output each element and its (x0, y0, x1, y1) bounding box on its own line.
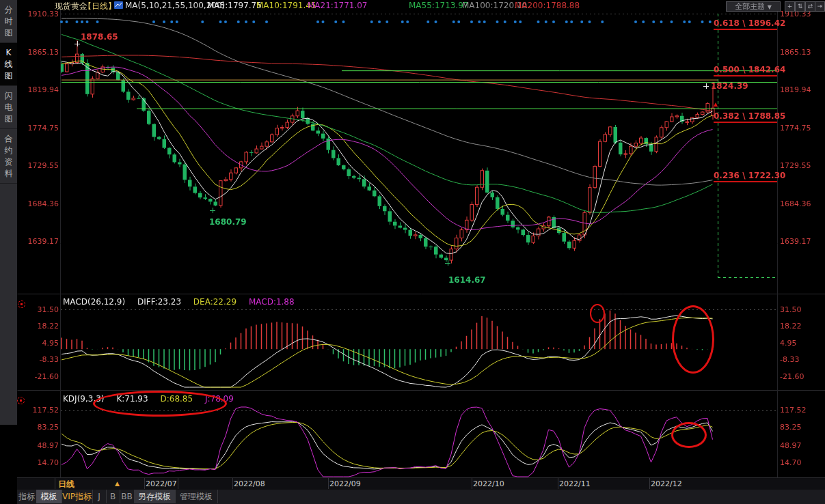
fit-horizontal-icon[interactable]: ⇄ (805, 1, 815, 12)
tab-BB[interactable]: BB (120, 490, 135, 503)
fit-vertical-icon[interactable]: ⇅ (795, 1, 805, 12)
sidebar: 分时图K线图闪电图合约资料 (0, 0, 17, 425)
annotation-ellipse-0 (93, 391, 227, 417)
crosshair-icon[interactable]: + (785, 1, 795, 12)
ma-value-0: MA5:1797.75 (207, 1, 262, 10)
month-label-5: 2022/12 (651, 479, 682, 488)
ma-value-5: MA200:1788.88 (515, 1, 580, 10)
month-tick (328, 478, 329, 489)
line-chart-icon (114, 1, 123, 9)
price-mark-label-3: 1824.39 (711, 81, 748, 91)
macd-settings-icon[interactable] (18, 300, 25, 308)
macd-title: MACD(26,12,9) (63, 297, 125, 307)
month-label-1: 2022/08 (234, 479, 265, 488)
month-tick (558, 478, 558, 489)
month-label-4: 2022/11 (559, 479, 591, 488)
sidebar-item-1[interactable]: K线图 (0, 43, 17, 86)
date-cell-border (178, 478, 178, 489)
annotation-ellipse-1 (590, 304, 605, 323)
month-tick (472, 478, 472, 489)
shift-right-icon[interactable]: ⇥ (815, 1, 825, 12)
annotation-ellipse-3 (671, 422, 707, 448)
month-tick (649, 478, 650, 489)
macd-macd-value: MACD:1.88 (249, 297, 295, 307)
app-window: 分时图K线图闪电图合约资料 现货黄金 【日线】 MA(5,10,21,55,10… (0, 0, 825, 504)
tab-B[interactable]: B (106, 490, 120, 503)
fib-level-label-0: 0.618 \ 1896.42 (714, 18, 777, 30)
month-label-2: 2022/09 (329, 479, 361, 488)
price-mark-label-1: 1680.79 (209, 217, 247, 227)
month-label-0: 2022/07 (146, 479, 177, 488)
bottom-tab-bar: 指标模板VIP指标JBBB另存模板管理模板 (17, 490, 825, 504)
triangle-up-icon[interactable]: ▲ (115, 480, 120, 487)
fib-level-label-2: 0.382 \ 1788.85 (714, 111, 777, 123)
fib-level-label-3: 0.236 \ 1722.30 (714, 171, 777, 182)
month-tick (144, 478, 145, 489)
tab-模板[interactable]: 模板 (36, 490, 62, 503)
sidebar-item-3[interactable]: 合约资料 (0, 129, 17, 184)
sidebar-item-0[interactable]: 分时图 (0, 0, 17, 43)
symbol-title: 现货黄金 (55, 1, 87, 12)
price-mark-label-2: 1614.67 (448, 275, 486, 285)
macd-dea-value: DEA:22.29 (193, 297, 236, 307)
date-axis-row: 日线 ▲ 2022/072022/082022/092022/102022/11… (17, 477, 825, 490)
macd-header: MACD(26,12,9) DIFF:23.23 DEA:22.29 MACD:… (63, 297, 304, 307)
tab-另存模板[interactable]: 另存模板 (134, 490, 176, 503)
ma-value-3: MA55:1713.97 (409, 1, 469, 10)
theme-dropdown-label: 全部主题 (735, 2, 765, 11)
sidebar-item-2[interactable]: 闪电图 (0, 86, 17, 129)
tab-VIP指标[interactable]: VIP指标 (62, 490, 93, 503)
chevron-down-icon: ▼ (768, 4, 772, 10)
month-tick (232, 478, 233, 489)
tab-管理模板[interactable]: 管理模板 (175, 490, 218, 503)
kdj-settings-icon[interactable] (17, 397, 25, 404)
tab-指标[interactable]: 指标 (17, 490, 37, 503)
month-label-3: 2022/10 (473, 479, 504, 488)
macd-diff-value: DIFF:23.23 (137, 297, 181, 307)
period-selector-label[interactable]: 日线 (58, 479, 75, 490)
date-cell-border (55, 478, 55, 489)
tab-J[interactable]: J (92, 490, 107, 503)
annotation-ellipse-2 (672, 305, 714, 374)
fib-level-label-1: 0.500 \ 1842.64 (714, 65, 777, 76)
ma-value-2: MA21:1771.07 (308, 1, 368, 10)
price-mark-label-0: 1878.65 (81, 32, 118, 42)
period-title: 【日线】 (83, 1, 116, 12)
theme-dropdown[interactable]: 全部主题 ▼ (726, 1, 781, 12)
